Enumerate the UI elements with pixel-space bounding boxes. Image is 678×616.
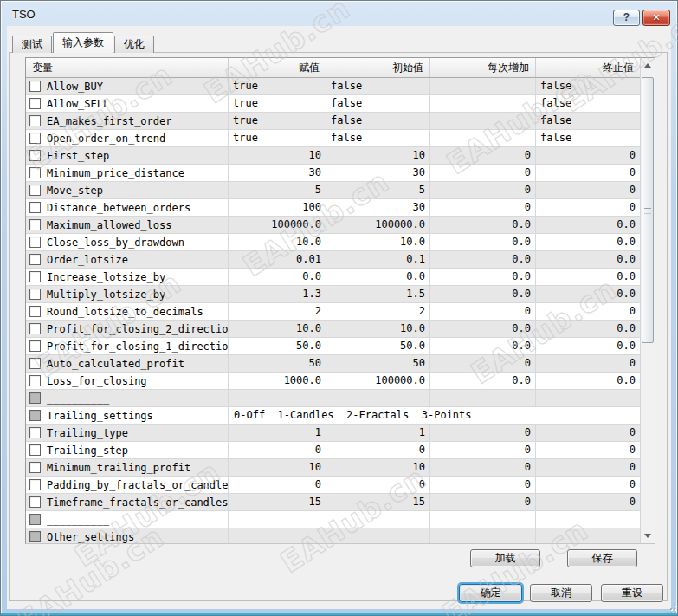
cell-step[interactable]: 0 bbox=[430, 147, 536, 164]
help-button[interactable]: ? bbox=[613, 10, 640, 26]
save-button[interactable]: 保存 bbox=[567, 549, 637, 567]
cell-initial[interactable]: 50 bbox=[326, 355, 430, 372]
row-checkbox[interactable] bbox=[29, 237, 41, 248]
table-row[interactable]: Trailing_step0000 bbox=[26, 442, 640, 459]
table-row[interactable]: First_step101000 bbox=[26, 147, 640, 165]
cell-initial[interactable]: 10 bbox=[326, 147, 430, 164]
cell-stop[interactable]: false bbox=[536, 95, 640, 112]
table-row[interactable]: Padding_by_fractals_or_candles0000 bbox=[26, 477, 640, 494]
cell-initial[interactable]: 1 bbox=[326, 425, 430, 441]
cell-stop[interactable]: 0.0 bbox=[536, 234, 640, 250]
row-checkbox[interactable] bbox=[29, 444, 41, 456]
row-checkbox[interactable] bbox=[29, 410, 41, 421]
cell-step[interactable]: 0.0 bbox=[430, 286, 536, 302]
cell-initial[interactable]: false bbox=[326, 130, 430, 146]
cell-initial[interactable]: 10.0 bbox=[326, 234, 430, 250]
cell-initial[interactable] bbox=[326, 528, 430, 543]
cell-step[interactable]: 0.0 bbox=[430, 234, 536, 250]
row-checkbox[interactable] bbox=[29, 202, 41, 213]
tab-inputs[interactable]: 输入参数 bbox=[53, 32, 113, 53]
table-row[interactable]: __________ bbox=[26, 390, 640, 407]
tab-test[interactable]: 测试 bbox=[12, 36, 52, 53]
row-checkbox[interactable] bbox=[29, 306, 41, 317]
cell-stop[interactable]: false bbox=[536, 113, 640, 129]
cell-value[interactable]: 1 bbox=[229, 425, 326, 441]
row-checkbox[interactable] bbox=[29, 323, 41, 334]
cell-stop[interactable]: 0 bbox=[536, 303, 640, 320]
cell-value[interactable]: 50 bbox=[229, 355, 326, 372]
cell-initial[interactable]: 30 bbox=[326, 165, 430, 181]
cell-initial[interactable]: 30 bbox=[326, 199, 430, 216]
cell-step[interactable]: 0 bbox=[430, 199, 536, 216]
cell-stop[interactable]: 0.0 bbox=[536, 286, 640, 302]
close-button[interactable]: ✕ bbox=[642, 10, 670, 26]
cell-value[interactable]: 100000.0 bbox=[229, 217, 326, 233]
cell-initial[interactable]: 100000.0 bbox=[326, 217, 430, 233]
cell-value[interactable]: 0 bbox=[229, 442, 326, 458]
table-row[interactable]: Open_order_on_trendtruefalsefalse bbox=[26, 130, 640, 147]
cell-value[interactable]: 10.0 bbox=[229, 234, 326, 250]
row-checkbox[interactable] bbox=[29, 375, 41, 386]
cell-initial[interactable]: 5 bbox=[326, 182, 430, 198]
cell-stop[interactable]: 0.0 bbox=[536, 373, 640, 389]
table-row[interactable]: Trailing_type1100 bbox=[26, 425, 640, 442]
table-row[interactable]: Allow_BUYtruefalsefalse bbox=[26, 78, 640, 95]
table-row[interactable]: Allow_SELLtruefalsefalse bbox=[26, 95, 640, 113]
row-checkbox[interactable] bbox=[29, 98, 41, 109]
table-row[interactable]: Maximum_allowed_loss100000.0100000.00.00… bbox=[26, 217, 640, 234]
cell-initial[interactable]: 10.0 bbox=[326, 321, 430, 337]
cell-step[interactable]: 0 bbox=[430, 303, 536, 320]
cell-initial[interactable]: 0 bbox=[326, 477, 430, 493]
ok-button[interactable]: 确定 bbox=[459, 584, 522, 602]
row-checkbox[interactable] bbox=[29, 133, 41, 144]
cell-value[interactable]: 0 bbox=[229, 477, 326, 493]
cell-step[interactable]: 0 bbox=[430, 355, 536, 372]
cell-initial[interactable]: 15 bbox=[326, 494, 430, 510]
titlebar[interactable]: TSO ? ✕ bbox=[2, 2, 676, 26]
cell-step[interactable]: 0.0 bbox=[430, 321, 536, 337]
cell-step[interactable]: 0 bbox=[430, 182, 536, 198]
scrollbar-thumb[interactable] bbox=[642, 77, 654, 343]
cell-initial[interactable]: false bbox=[326, 113, 430, 129]
cell-step[interactable]: 0.0 bbox=[430, 338, 536, 354]
cell-step[interactable]: 0.0 bbox=[430, 217, 536, 233]
cell-value[interactable]: true bbox=[229, 78, 326, 94]
table-row[interactable]: __________ bbox=[26, 511, 640, 528]
cell-step[interactable]: 0 bbox=[430, 165, 536, 181]
row-checkbox[interactable] bbox=[29, 289, 41, 300]
cell-value[interactable]: 10 bbox=[229, 147, 326, 164]
cell-stop[interactable]: false bbox=[536, 130, 640, 146]
cell-stop[interactable]: 0 bbox=[536, 459, 640, 476]
row-checkbox[interactable] bbox=[29, 531, 41, 542]
cell-stop[interactable]: 0 bbox=[536, 442, 640, 458]
cell-step[interactable] bbox=[430, 130, 536, 146]
cell-initial[interactable]: 2 bbox=[326, 303, 430, 320]
load-button[interactable]: 加载 bbox=[470, 549, 540, 567]
cell-initial[interactable]: 0 bbox=[326, 442, 430, 458]
cell-stop[interactable] bbox=[536, 511, 640, 528]
cell-stop[interactable]: 0 bbox=[536, 477, 640, 493]
cell-stop[interactable]: 0.0 bbox=[536, 251, 640, 268]
cell-step[interactable] bbox=[430, 95, 536, 112]
row-checkbox[interactable] bbox=[29, 340, 41, 352]
cell-step[interactable] bbox=[430, 528, 536, 543]
cell-stop[interactable]: 0.0 bbox=[536, 217, 640, 233]
row-checkbox[interactable] bbox=[29, 496, 41, 508]
table-row[interactable]: Close_loss_by_drawdown10.010.00.00.0 bbox=[26, 234, 640, 251]
vertical-scrollbar[interactable] bbox=[640, 58, 655, 543]
cell-step[interactable] bbox=[430, 78, 536, 94]
row-checkbox[interactable] bbox=[29, 479, 41, 490]
cell-stop[interactable]: 0 bbox=[536, 147, 640, 164]
cell-value[interactable]: true bbox=[229, 113, 326, 129]
cell-value[interactable]: 0.0 bbox=[229, 269, 326, 285]
table-row[interactable]: Minimum_trailing_profit101000 bbox=[26, 459, 640, 477]
row-checkbox[interactable] bbox=[29, 219, 41, 230]
cell-value[interactable]: 15 bbox=[229, 494, 326, 510]
row-checkbox[interactable] bbox=[29, 185, 41, 196]
cell-value[interactable]: 0.01 bbox=[229, 251, 326, 268]
table-row[interactable]: Order_lotsize0.010.10.00.0 bbox=[26, 251, 640, 269]
cell-initial[interactable] bbox=[326, 390, 430, 406]
row-checkbox[interactable] bbox=[29, 115, 41, 126]
row-checkbox[interactable] bbox=[29, 392, 41, 404]
cell-initial[interactable]: false bbox=[326, 78, 430, 94]
